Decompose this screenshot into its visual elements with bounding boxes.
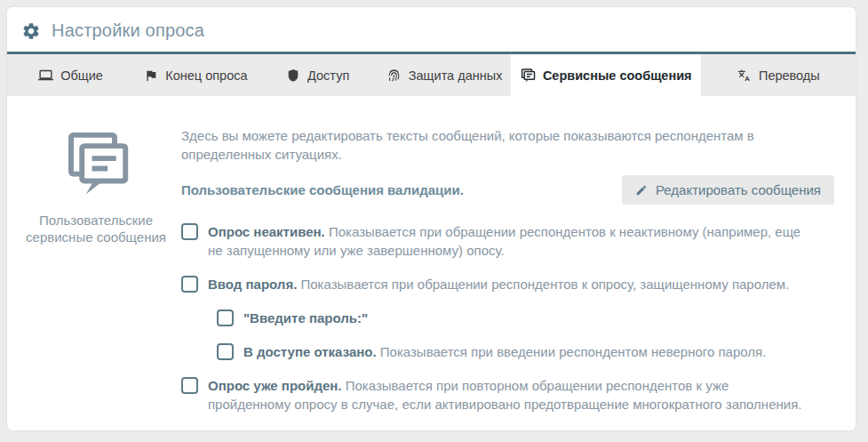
- tab-access[interactable]: Доступ: [258, 54, 378, 96]
- sidebar-section-label: Пользовательские сервисные сообщения: [21, 126, 171, 430]
- pencil-icon-slot: [635, 184, 648, 197]
- checkbox-row-survey-inactive: Опрос неактивен. Показывается при обраще…: [181, 222, 834, 260]
- edit-messages-button-label: Редактировать сообщения: [656, 182, 821, 197]
- page-title: Настройки опроса: [52, 20, 204, 41]
- checkbox-row-enter-password: "Введите пароль:": [217, 309, 834, 327]
- checkbox-list: Опрос неактивен. Показывается при обраще…: [181, 222, 834, 414]
- checkbox-survey-completed[interactable]: [181, 377, 198, 394]
- intro-text: Здесь вы можете редактировать тексты соо…: [181, 126, 817, 164]
- edit-messages-button[interactable]: Редактировать сообщения: [622, 175, 834, 205]
- checkbox-row-password-entry: Ввод пароля. Показывается при обращении …: [181, 275, 834, 293]
- gear-icon-slot: [21, 21, 41, 41]
- checkbox-row-survey-completed: Опрос уже пройден. Показывается при повт…: [181, 376, 834, 414]
- chat-bubbles-icon: [59, 128, 133, 203]
- tab-general[interactable]: Общие: [7, 54, 134, 96]
- monitor-icon: [38, 68, 53, 83]
- shield-icon: [286, 68, 300, 83]
- translate-icon: A: [737, 68, 752, 83]
- chat-bubbles-icon-slot: [59, 128, 133, 203]
- flag-icon: [144, 68, 158, 83]
- main-column: Здесь вы можете редактировать тексты соо…: [171, 126, 834, 430]
- checkbox-enter-password[interactable]: [217, 309, 234, 326]
- checkbox-access-denied[interactable]: [217, 343, 234, 360]
- validation-row: Пользовательские сообщения валидации. Ре…: [181, 175, 834, 205]
- checkbox-password-entry[interactable]: [181, 276, 198, 293]
- checkbox-row-access-denied: В доступе отказано. Показывается при вве…: [217, 342, 834, 361]
- sidebar-caption: Пользовательские сервисные сообщения: [21, 212, 171, 245]
- tab-end-of-survey[interactable]: Конец опроса: [134, 54, 258, 96]
- chat-icon: [520, 68, 536, 84]
- pencil-icon: [635, 184, 648, 197]
- tab-service-messages[interactable]: Сервисные сообщения: [511, 54, 701, 96]
- tab-data-protection[interactable]: Защита данных: [378, 54, 510, 96]
- card-header: Настройки опроса: [7, 7, 856, 52]
- svg-text:A: A: [745, 75, 750, 83]
- validation-label: Пользовательские сообщения валидации.: [181, 182, 464, 197]
- survey-settings-card: Настройки опроса Общие Конец опроса Дост…: [7, 7, 856, 430]
- checkbox-survey-inactive[interactable]: [181, 223, 198, 240]
- fingerprint-icon: [386, 68, 402, 83]
- tab-translations[interactable]: A Переводы: [701, 54, 856, 96]
- gear-icon: [21, 21, 41, 41]
- content-area: Пользовательские сервисные сообщения Зде…: [7, 96, 856, 430]
- tab-bar: Общие Конец опроса Доступ Защита данных …: [7, 52, 856, 96]
